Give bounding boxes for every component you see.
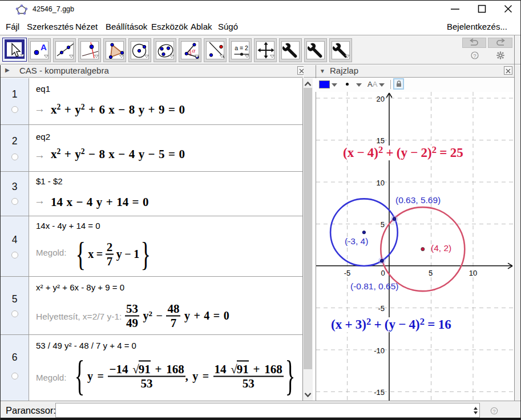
svg-text:?: ? <box>473 52 476 59</box>
svg-text:(-0.81, 0.65): (-0.81, 0.65) <box>350 281 398 291</box>
svg-text:5: 5 <box>381 220 385 229</box>
svg-text:10: 10 <box>377 179 385 187</box>
svg-text:20: 20 <box>377 95 385 103</box>
svg-text:0: 0 <box>381 269 385 277</box>
svg-text:(-3, 4): (-3, 4) <box>345 236 368 246</box>
svg-text:15: 15 <box>377 136 385 145</box>
svg-text:-5: -5 <box>378 304 385 313</box>
svg-text:?: ? <box>493 409 496 414</box>
svg-text:a = 2: a = 2 <box>235 44 248 51</box>
svg-text:5: 5 <box>429 269 433 277</box>
svg-text:α: α <box>192 47 195 54</box>
svg-text:(4, 2): (4, 2) <box>431 243 451 253</box>
svg-text:-15: -15 <box>374 388 385 397</box>
svg-text:-10: -10 <box>374 346 385 355</box>
svg-text:A: A <box>41 42 47 52</box>
svg-text:10: 10 <box>469 269 477 277</box>
svg-text:-5: -5 <box>344 269 351 277</box>
svg-text:(0.63, 5.69): (0.63, 5.69) <box>395 195 441 205</box>
